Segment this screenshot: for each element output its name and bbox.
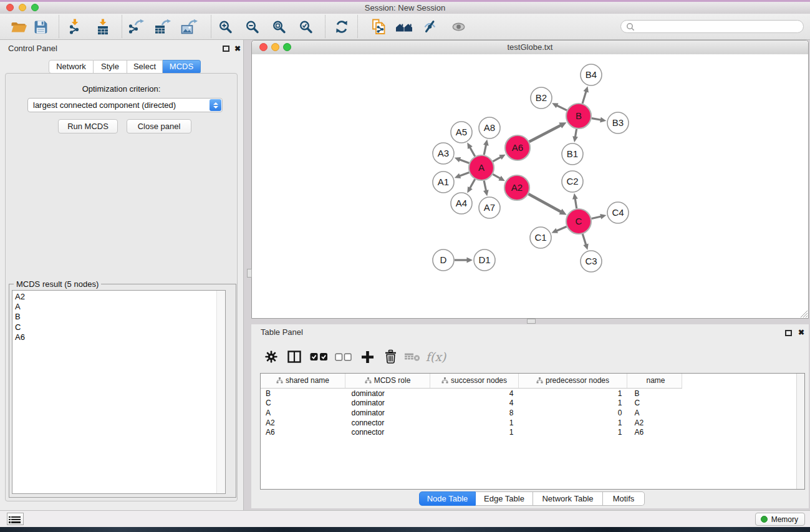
table-cell[interactable]: 4 — [430, 389, 519, 399]
column-header-MCDS-role[interactable]: MCDS role — [345, 374, 430, 389]
birds-eye-view-button[interactable] — [448, 16, 469, 37]
gear-icon — [264, 349, 279, 364]
panel-splitter-handle[interactable] — [527, 319, 536, 324]
toggle-graphics-details-button[interactable] — [420, 16, 441, 37]
table-cell[interactable]: dominator — [345, 389, 430, 399]
export-image-button[interactable] — [179, 16, 200, 37]
mcds-result-item[interactable]: C — [12, 322, 225, 332]
zoom-selected-button[interactable] — [295, 16, 316, 37]
table-cell[interactable]: B — [261, 389, 345, 399]
save-icon — [33, 19, 49, 35]
tab-motifs[interactable]: Motifs — [603, 491, 645, 506]
table-cell[interactable]: 1 — [430, 418, 519, 428]
table-cell[interactable]: 1 — [519, 389, 627, 399]
table-scrollbar[interactable] — [796, 374, 804, 489]
memory-button[interactable]: Memory — [755, 513, 805, 526]
table-cell[interactable]: A6 — [627, 427, 682, 437]
table-cell[interactable]: B — [627, 389, 682, 399]
import-table-button[interactable] — [92, 16, 113, 37]
export-network-button[interactable] — [125, 16, 147, 37]
table-cell[interactable]: 1 — [430, 427, 519, 437]
table-cell[interactable]: 4 — [430, 399, 519, 409]
float-panel-button[interactable] — [223, 46, 229, 52]
network-window-titlebar[interactable]: testGlobe.txt — [252, 41, 808, 55]
tab-mcds[interactable]: MCDS — [163, 60, 201, 74]
table-settings-button[interactable] — [262, 347, 281, 366]
float-panel-button[interactable] — [785, 330, 792, 336]
table-cell[interactable]: connector — [345, 418, 430, 428]
refresh-view-button[interactable] — [331, 16, 352, 37]
mcds-result-item[interactable]: B — [12, 312, 225, 322]
table-cell[interactable]: connector — [345, 427, 430, 437]
mcds-result-item[interactable]: A2 — [12, 292, 225, 302]
export-table-button[interactable] — [152, 16, 173, 37]
graph-node-label: A3 — [438, 148, 449, 158]
close-panel-icon[interactable]: ✖ — [234, 45, 241, 52]
reset-view-button[interactable] — [393, 16, 415, 37]
table-cell[interactable]: A6 — [261, 427, 345, 437]
search-input[interactable] — [637, 22, 798, 32]
table-row[interactable]: Bdominator41B — [261, 389, 682, 399]
table-row[interactable]: A6connector11A6 — [261, 427, 682, 437]
network-graph[interactable]: B4B2BB3A5A8A6A3AB1A1A2C2A4A7C4C1CC3DD1 — [252, 54, 808, 318]
zoom-fit-button[interactable] — [268, 16, 289, 37]
column-header-predecessor-nodes[interactable]: predecessor nodes — [519, 374, 627, 389]
column-header-shared-name[interactable]: shared name — [261, 374, 345, 389]
table-row[interactable]: Cdominator41C — [261, 399, 682, 409]
mcds-result-item[interactable]: A — [12, 302, 225, 312]
tab-node-table[interactable]: Node Table — [419, 491, 476, 506]
table-cell[interactable]: A — [627, 408, 682, 418]
delete-column-button[interactable] — [381, 347, 400, 366]
column-header-successor-nodes[interactable]: successor nodes — [430, 374, 519, 389]
mcds-result-list: A2ABCA6 — [12, 291, 225, 342]
table-cell[interactable]: 1 — [519, 399, 627, 409]
resize-grip-icon[interactable] — [799, 309, 808, 317]
deselect-all-button[interactable] — [334, 347, 352, 366]
tab-network-table[interactable]: Network Table — [533, 491, 603, 506]
plus-icon — [360, 350, 375, 364]
select-all-button[interactable] — [309, 347, 328, 366]
table-row[interactable]: Adominator80A — [261, 408, 682, 418]
table-cell[interactable]: A2 — [261, 418, 345, 428]
zoom-in-button[interactable] — [215, 16, 236, 37]
table-cell[interactable]: 1 — [519, 418, 627, 428]
table-body: Bdominator41BCdominator41CAdominator80AA… — [261, 389, 682, 437]
table-cell[interactable]: 8 — [430, 408, 519, 418]
task-history-button[interactable] — [7, 513, 24, 525]
add-column-button[interactable] — [358, 347, 377, 366]
tab-select[interactable]: Select — [127, 60, 163, 74]
tab-edge-table[interactable]: Edge Table — [476, 491, 533, 506]
tab-style[interactable]: Style — [94, 60, 127, 74]
clone-network-button[interactable] — [368, 16, 389, 37]
table-cell[interactable]: C — [627, 399, 682, 409]
zoom-out-button[interactable] — [241, 16, 263, 37]
table-cell[interactable]: A — [261, 408, 345, 418]
panel-splitter-handle[interactable] — [247, 269, 252, 278]
run-mcds-button[interactable]: Run MCDS — [58, 119, 118, 133]
column-type-icon — [365, 377, 372, 384]
result-list-scrollbar[interactable] — [216, 291, 225, 493]
table-panel: Table Panel ✖ — [251, 324, 809, 508]
table-cell[interactable]: 1 — [519, 427, 627, 437]
close-panel-button[interactable]: Close panel — [127, 119, 191, 133]
network-canvas[interactable]: B4B2BB3A5A8A6A3AB1A1A2C2A4A7C4C1CC3DD1 — [252, 54, 808, 318]
mcds-result-list-box[interactable]: A2ABCA6 — [12, 290, 226, 494]
table-row[interactable]: A2connector11A2 — [261, 418, 682, 428]
table-cell[interactable]: A2 — [627, 418, 682, 428]
open-file-button[interactable] — [8, 16, 29, 37]
memory-label: Memory — [771, 515, 798, 524]
tab-network[interactable]: Network — [49, 60, 94, 74]
close-panel-icon[interactable]: ✖ — [798, 329, 804, 336]
edge-arrow-icon — [583, 243, 588, 249]
mcds-result-item[interactable]: A6 — [12, 332, 225, 342]
import-network-button[interactable] — [64, 16, 85, 37]
show-columns-button[interactable] — [285, 347, 304, 366]
column-header-name[interactable]: name — [627, 374, 682, 389]
table-cell[interactable]: 0 — [519, 408, 627, 418]
table-cell[interactable]: dominator — [345, 408, 430, 418]
table-cell[interactable]: C — [261, 399, 345, 409]
search-field[interactable] — [620, 20, 804, 33]
save-session-button[interactable] — [30, 16, 51, 37]
table-cell[interactable]: dominator — [345, 399, 430, 409]
criterion-dropdown[interactable]: largest connected component (directed) — [27, 98, 223, 112]
